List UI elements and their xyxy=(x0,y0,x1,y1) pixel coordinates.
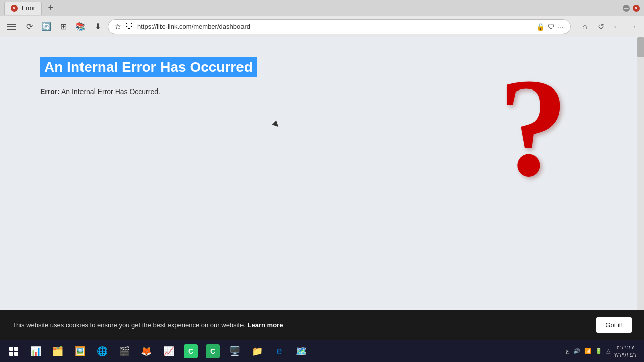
scrollbar-thumb[interactable] xyxy=(637,37,644,57)
icon-btn-1[interactable]: ⟳ xyxy=(22,20,36,34)
error-subtitle: Error: An Internal Error Has Occurred. xyxy=(40,87,160,96)
shield-icon: 🛡 xyxy=(125,22,133,31)
error-detail: An Internal Error Has Occurred. xyxy=(61,87,160,96)
download-button[interactable]: ⬇ xyxy=(91,20,105,34)
minimize-button[interactable]: — xyxy=(623,5,630,12)
app10-icon: 🖥️ xyxy=(228,344,242,358)
tray-arabic: ع xyxy=(566,348,569,354)
app8-icon: C xyxy=(184,344,198,358)
date-display: ٢/١٩/١٤/١ xyxy=(614,351,637,358)
refresh-button[interactable]: ↺ xyxy=(594,20,608,34)
learn-more-link[interactable]: Learn more xyxy=(248,321,283,329)
file-explorer-icon: 🗂️ xyxy=(51,344,65,358)
firefox-icon: 🦊 xyxy=(139,344,153,358)
address-bar-icons: 🔒 🛡 ··· xyxy=(536,23,564,31)
address-bar[interactable]: ☆ 🛡 🔒 🛡 ··· xyxy=(108,19,571,34)
task-manager-icon: 📊 xyxy=(29,344,43,358)
system-time: ٣:١٦:١٧ ٢/١٩/١٤/١ xyxy=(614,344,637,358)
taskbar: 📊 🗂️ 🖼️ 🌐 🎬 🦊 📈 C C 🖥️ 📁 xyxy=(0,340,644,362)
taskbar-folder[interactable]: 📁 xyxy=(247,342,268,361)
back-button[interactable]: ← xyxy=(610,20,624,34)
tray-sound[interactable]: 🔊 xyxy=(573,348,580,354)
tray-battery: 🔋 xyxy=(595,348,602,354)
taskbar-photoshop[interactable]: 🖼️ xyxy=(69,342,91,361)
taskbar-app9[interactable]: C xyxy=(202,342,223,361)
url-input[interactable] xyxy=(137,23,532,30)
taskbar-analytics[interactable]: 📈 xyxy=(158,342,179,361)
page-content: An Internal Error Has Occurred Error: An… xyxy=(0,37,644,340)
chrome-icon: 🌐 xyxy=(95,344,109,358)
question-mark-graphic: ? xyxy=(498,57,569,198)
more-icon[interactable]: ··· xyxy=(558,23,564,31)
icon-btn-4[interactable]: 📚 xyxy=(73,20,88,34)
error-heading: An Internal Error Has Occurred xyxy=(40,57,257,77)
analytics-icon: 📈 xyxy=(162,344,176,358)
home-button[interactable]: ⌂ xyxy=(578,20,592,34)
folder-icon: 📁 xyxy=(250,344,264,358)
time-display: ٣:١٦:١٧ xyxy=(614,344,637,351)
shield2-icon: 🛡 xyxy=(548,23,555,31)
photoshop-icon: 🖼️ xyxy=(73,344,87,358)
cookie-message: This website uses cookies to ensure you … xyxy=(12,321,590,329)
taskbar-chrome[interactable]: 🌐 xyxy=(92,342,113,361)
forward-button[interactable]: → xyxy=(626,20,640,34)
got-it-button[interactable]: Got it! xyxy=(596,317,632,333)
icon-btn-2[interactable]: 🔄 xyxy=(39,20,53,34)
taskbar-app10[interactable]: 🖥️ xyxy=(224,342,246,361)
toolbar: ⟳ 🔄 ⊞ 📚 ⬇ ☆ 🛡 🔒 🛡 ··· ⌂ ↺ ← → xyxy=(0,16,644,37)
title-bar: ✕ Error + — ✕ xyxy=(0,0,644,16)
tray-network: 📶 xyxy=(584,348,591,354)
tab-bar: ✕ Error + xyxy=(4,0,619,16)
start-button[interactable] xyxy=(3,342,24,361)
taskbar-ie[interactable]: e xyxy=(269,342,290,361)
taskbar-app8[interactable]: C xyxy=(180,342,201,361)
new-tab-button[interactable]: + xyxy=(45,2,57,14)
lock-icon: 🔒 xyxy=(536,23,545,31)
mouse-cursor xyxy=(272,121,281,129)
error-prefix: Error: xyxy=(40,87,60,96)
tab-title: Error xyxy=(22,5,35,12)
media-icon: 🎬 xyxy=(117,344,131,358)
menu-button[interactable] xyxy=(4,21,19,33)
ie-icon: e xyxy=(272,344,286,358)
taskbar-task-manager[interactable]: 📊 xyxy=(25,342,46,361)
tray-notify: △ xyxy=(606,348,610,354)
cookie-text-content: This website uses cookies to ensure you … xyxy=(12,321,246,329)
taskbar-firefox[interactable]: 🦊 xyxy=(136,342,157,361)
active-tab[interactable]: ✕ Error xyxy=(4,2,42,15)
scrollbar[interactable] xyxy=(637,37,644,340)
nav-buttons: ⌂ ↺ ← → xyxy=(578,20,640,34)
taskbar-maps[interactable]: 🗺️ xyxy=(291,342,312,361)
icon-btn-3[interactable]: ⊞ xyxy=(56,20,70,34)
taskbar-media[interactable]: 🎬 xyxy=(114,342,135,361)
browser-window: ✕ Error + — ✕ ⟳ 🔄 ⊞ 📚 ⬇ ☆ 🛡 🔒 🛡 ··· xyxy=(0,0,644,362)
maps-icon: 🗺️ xyxy=(294,344,308,358)
cookie-banner: This website uses cookies to ensure you … xyxy=(0,310,644,340)
windows-icon xyxy=(9,347,18,356)
app9-icon: C xyxy=(206,344,220,358)
close-button[interactable]: ✕ xyxy=(633,5,640,12)
window-controls: — ✕ xyxy=(623,5,640,12)
taskbar-file-explorer[interactable]: 🗂️ xyxy=(47,342,68,361)
tab-close-button[interactable]: ✕ xyxy=(11,5,18,12)
system-tray: ع 🔊 📶 🔋 △ ٣:١٦:١٧ ٢/١٩/١٤/١ xyxy=(566,344,641,358)
bookmark-icon: ☆ xyxy=(114,22,121,31)
